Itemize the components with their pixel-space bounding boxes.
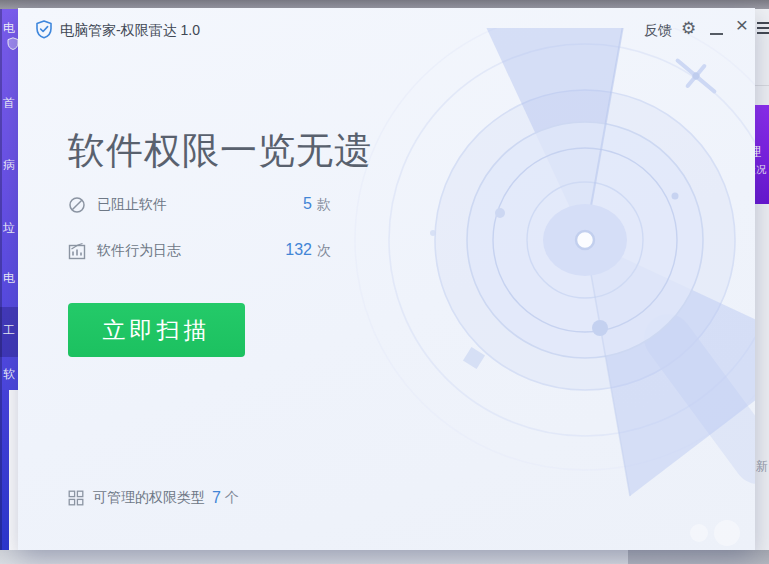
sidebar-shield-icon [3,37,18,50]
sidebar-item-software-fragment[interactable]: 软 [3,366,18,383]
background-window-right-strip: 理 状况 新 [755,9,769,550]
summary-number: 7 [212,489,221,507]
stat-value: 132 次 [285,241,331,260]
minimize-icon [710,33,723,35]
scan-now-button[interactable]: 立即扫描 [68,303,245,357]
sparkle-plane-icon [669,51,722,102]
minimize-button[interactable] [710,20,726,38]
sidebar-item-toolbox-fragment[interactable]: 工 [3,322,18,339]
hamburger-menu-icon[interactable] [757,22,769,34]
window-title: 电脑管家-权限雷达 1.0 [60,22,200,40]
background-divider [755,85,769,86]
sidebar-item-clean-fragment[interactable]: 垃 [3,220,18,237]
sidebar-item-virus-fragment[interactable]: 病 [3,157,18,174]
stats-list: 已阻止软件 5 款 软件行为日志 132 次 [68,194,331,286]
log-chart-icon [68,242,86,260]
banner-text-fragment: 理 [755,143,761,161]
stat-row-blocked: 已阻止软件 5 款 [68,194,331,216]
sidebar-item-home-fragment[interactable]: 电 [3,20,18,37]
stat-value: 5 款 [303,195,331,214]
watermark [686,516,748,554]
close-button[interactable]: × [732,13,752,37]
permission-types-summary: 可管理的权限类型 7 个 [68,489,239,507]
stat-label: 已阻止软件 [97,196,167,214]
radar-illustration [338,28,755,498]
background-bottom-strip [0,550,628,564]
stat-unit: 款 [317,196,331,214]
gear-icon[interactable]: ⚙ [681,18,696,39]
app-shield-icon [35,20,53,39]
grid-icon [68,490,84,506]
background-window-border [0,9,2,550]
feedback-button[interactable]: 反馈 [644,22,672,40]
banner-subtext-fragment: 状况 [755,163,766,177]
stat-row-logs: 软件行为日志 132 次 [68,240,331,262]
stat-label: 软件行为日志 [97,242,181,260]
summary-unit: 个 [225,489,239,507]
summary-label: 可管理的权限类型 [93,489,205,507]
background-sidebar: 电 首 病 垃 电 工 软 [0,9,18,390]
sidebar-item-homepage-fragment[interactable]: 首 [3,95,18,112]
background-text-fragment-new: 新 [756,458,768,475]
page-heading: 软件权限一览无遗 [68,126,372,176]
stat-number: 132 [285,241,312,259]
sidebar-item-speedup-fragment[interactable]: 电 [3,270,18,287]
background-purple-banner[interactable]: 理 状况 [755,105,769,204]
stat-number: 5 [303,195,312,213]
stat-unit: 次 [317,242,331,260]
block-icon [68,196,86,214]
permission-radar-window: 电脑管家-权限雷达 1.0 反馈 ⚙ × 软件权限一览无遗 已阻止软件 5 款 [18,8,755,550]
